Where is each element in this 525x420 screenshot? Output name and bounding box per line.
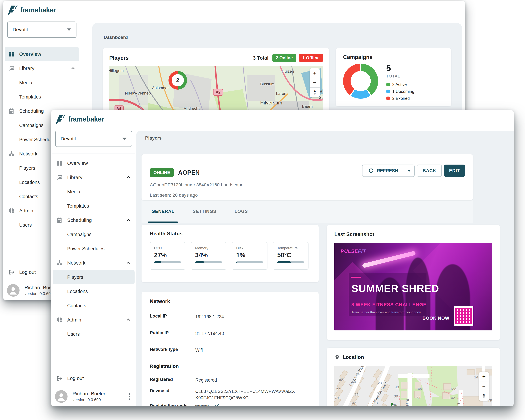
campaigns-title: Campaigns bbox=[343, 54, 444, 60]
offline-badge[interactable]: 1 Offline bbox=[299, 54, 323, 62]
player-cluster-marker[interactable]: 2 bbox=[169, 71, 187, 90]
screenshot-image: PULSEFIT SUMMER SHRED 8 WEEK FITNESS CHA… bbox=[334, 243, 492, 330]
registered-row: Registered Registered bbox=[150, 377, 310, 383]
sidebar-item-library[interactable]: Library bbox=[53, 170, 135, 185]
house-number: 65 bbox=[418, 387, 422, 391]
eye-off-icon[interactable] bbox=[214, 404, 219, 406]
sidebar-item-power-schedules[interactable]: Power Schedules bbox=[53, 241, 135, 256]
house-number: 23 bbox=[378, 381, 382, 385]
refresh-menu-button[interactable] bbox=[404, 165, 414, 176]
house-number: 39 bbox=[394, 394, 398, 399]
chevron-up-icon bbox=[71, 66, 75, 71]
online-badge[interactable]: 2 Online bbox=[272, 54, 296, 62]
tab-general[interactable]: GENERAL bbox=[150, 200, 176, 223]
sidebar-item-admin[interactable]: Admin bbox=[53, 313, 135, 327]
sidebar-item-label: Overview bbox=[19, 51, 41, 57]
sidebar-item-network[interactable]: Network bbox=[53, 256, 135, 270]
sidebar: framebaker Devotit Overview Library Medi… bbox=[51, 110, 136, 406]
main-nav: Overview Library Media Templates Schedul… bbox=[53, 156, 135, 341]
qr-code bbox=[454, 306, 473, 326]
sidebar-item-contacts[interactable]: Contacts bbox=[53, 298, 135, 313]
players-total: 3 Total bbox=[253, 55, 268, 61]
last-screenshot-card: Last Screenshot PULSEFIT SUMMER SHR bbox=[327, 225, 500, 340]
tilt-button[interactable]: ▲▼ bbox=[310, 87, 319, 97]
screenshot-title: Last Screenshot bbox=[334, 231, 492, 237]
divider bbox=[53, 387, 135, 387]
back-button[interactable]: BACK bbox=[417, 164, 442, 177]
logout-icon bbox=[8, 269, 14, 275]
sidebar-item-campaigns[interactable]: Campaigns bbox=[53, 227, 135, 241]
grid-icon bbox=[56, 160, 63, 166]
organization-select[interactable]: Devotit bbox=[55, 131, 132, 147]
network-type-row: Network type Wifi bbox=[150, 347, 310, 353]
brand-logo: framebaker bbox=[8, 5, 81, 15]
ad-headline: SUMMER SHRED bbox=[351, 282, 426, 294]
location-map[interactable]: Langs de Baan Langs de Baan Bieslook Ber… bbox=[334, 366, 492, 406]
house-number: 142 bbox=[449, 396, 455, 400]
campaigns-total-label: TOTAL bbox=[386, 74, 414, 78]
sidebar-item-templates[interactable]: Templates bbox=[53, 199, 135, 213]
player-name: AOPEN bbox=[178, 169, 200, 176]
house-number: 55 bbox=[356, 372, 359, 376]
player-subtitle: AOpenDE3129Linux • 3840×2160 Landscape bbox=[150, 182, 465, 188]
house-number: 65 bbox=[355, 392, 358, 397]
parking-icon: P bbox=[466, 404, 471, 406]
status-badge: ONLINE bbox=[150, 168, 174, 177]
sidebar-item-overview[interactable]: Overview bbox=[5, 47, 79, 61]
ad-subhead: 8 WEEK FITNESS CHALLENGE bbox=[351, 302, 426, 307]
sidebar-item-users[interactable]: Users bbox=[53, 327, 135, 341]
tab-logs[interactable]: LOGS bbox=[233, 200, 250, 223]
tab-settings[interactable]: SETTINGS bbox=[191, 200, 218, 223]
sidebar-item-library[interactable]: Library bbox=[5, 61, 79, 76]
user-menu-kebab-icon[interactable] bbox=[129, 393, 131, 400]
legend-item-expired: 2 Expired bbox=[386, 96, 414, 101]
street-label: Bertram bbox=[457, 403, 461, 406]
players-card-title: Players bbox=[109, 55, 129, 61]
map-label: Huizen bbox=[282, 69, 294, 74]
chevron-down-icon bbox=[122, 138, 127, 140]
metric-memory: Memory 34% bbox=[191, 242, 226, 270]
organization-select[interactable]: Devotit bbox=[7, 21, 76, 38]
chevron-up-icon bbox=[126, 260, 131, 265]
chevron-up-icon bbox=[126, 175, 131, 180]
sidebar-item-templates[interactable]: Templates bbox=[5, 90, 79, 104]
player-header-card: ONLINE AOPEN AOpenDE3129Linux • 3840×216… bbox=[141, 154, 473, 200]
legend-dot-blue bbox=[386, 90, 390, 93]
map-label: Hillegom bbox=[109, 68, 124, 73]
person-icon bbox=[7, 284, 19, 297]
image-icon bbox=[8, 65, 15, 72]
edit-button[interactable]: EDIT bbox=[444, 164, 465, 177]
sidebar-item-scheduling[interactable]: Scheduling bbox=[53, 213, 135, 227]
house-number: 35 bbox=[393, 403, 397, 406]
house-number: 43 bbox=[395, 385, 399, 389]
sidebar-item-overview[interactable]: Overview bbox=[53, 156, 135, 170]
breadcrumb: Players bbox=[145, 135, 500, 143]
refresh-button[interactable]: REFRESH bbox=[363, 165, 404, 176]
map-label: Hilversum bbox=[260, 100, 282, 106]
sidebar-item-players[interactable]: Players bbox=[53, 270, 135, 284]
sidebar-item-locations[interactable]: Locations bbox=[53, 284, 135, 298]
public-ip-row: Public IP 81.172.194.43 bbox=[150, 330, 310, 337]
sidebar-item-label: Library bbox=[19, 66, 34, 71]
zoom-in-button[interactable]: + bbox=[310, 68, 319, 78]
zoom-in-button[interactable]: + bbox=[479, 372, 489, 382]
house-number: 62 bbox=[339, 378, 343, 382]
detail-tabs: GENERAL SETTINGS LOGS bbox=[141, 200, 473, 223]
breadcrumb: Dashboard bbox=[103, 35, 462, 40]
progress-bar bbox=[236, 261, 263, 263]
framebaker-logo-icon bbox=[8, 5, 18, 15]
house-number: 59 bbox=[352, 380, 356, 384]
legend-item-upcoming: 1 Upcoming bbox=[386, 89, 414, 94]
sidebar-item-media[interactable]: Media bbox=[5, 76, 79, 90]
sidebar-item-media[interactable]: Media bbox=[53, 185, 135, 199]
house-number: 61 bbox=[417, 396, 421, 400]
road-badge-a2: A2 bbox=[213, 89, 223, 96]
campaigns-donut-chart bbox=[343, 64, 378, 99]
organization-value: Devotit bbox=[61, 136, 76, 142]
zoom-out-button[interactable]: − bbox=[310, 78, 319, 87]
map-label: Baarn bbox=[302, 104, 313, 109]
tilt-button[interactable]: ▲▼ bbox=[479, 391, 489, 401]
logout-button[interactable]: Log out bbox=[53, 371, 135, 385]
legend-dot-green bbox=[386, 83, 390, 86]
zoom-out-button[interactable]: − bbox=[479, 382, 489, 391]
